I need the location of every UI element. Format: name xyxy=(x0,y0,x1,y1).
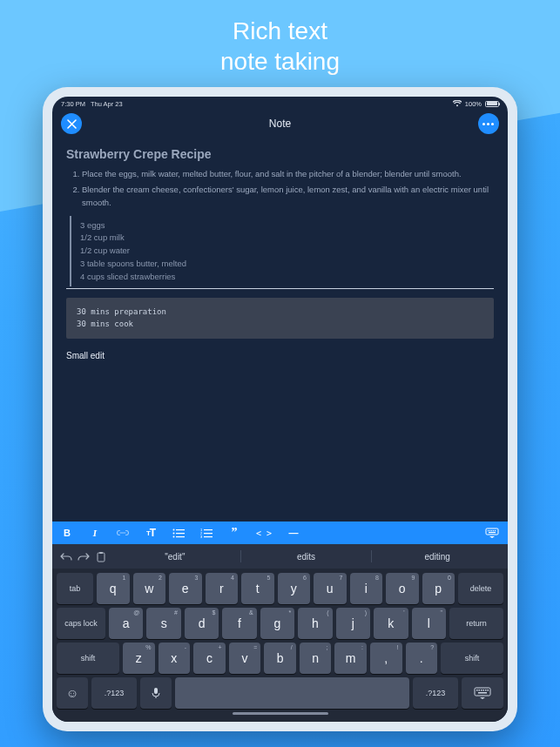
svg-rect-17 xyxy=(495,530,496,531)
key-space[interactable] xyxy=(175,677,409,709)
key-x[interactable]: x- xyxy=(159,643,191,674)
status-bar: 7:30 PM Thu Apr 23 100% xyxy=(52,97,508,109)
key-o[interactable]: o9 xyxy=(386,573,419,604)
screen: 7:30 PM Thu Apr 23 100% Note xyxy=(52,97,508,722)
key-p[interactable]: p0 xyxy=(422,573,455,604)
key-a[interactable]: a@ xyxy=(109,608,143,639)
svg-point-0 xyxy=(173,528,175,530)
key-tab[interactable]: tab xyxy=(57,573,93,604)
close-button[interactable] xyxy=(61,113,82,134)
code-block: 30 mins preparation 30 mins cook xyxy=(66,298,494,339)
promo-line2: note taking xyxy=(220,48,340,75)
svg-rect-13 xyxy=(488,530,489,531)
list-item: Place the eggs, milk water, melted butte… xyxy=(82,168,494,180)
svg-rect-14 xyxy=(489,530,490,531)
key-shift-left[interactable]: shift xyxy=(57,643,119,674)
list-item: 1/2 cup milk xyxy=(80,232,494,245)
suggestion-1[interactable]: "edit" xyxy=(110,552,240,562)
svg-rect-15 xyxy=(491,530,492,531)
bold-button[interactable]: B xyxy=(61,526,73,540)
key-d[interactable]: d$ xyxy=(185,608,219,639)
svg-point-2 xyxy=(173,532,175,534)
italic-button[interactable]: I xyxy=(89,526,101,540)
status-time: 7:30 PM xyxy=(61,100,85,108)
key-i[interactable]: i8 xyxy=(350,573,383,604)
code-button[interactable]: < > xyxy=(256,526,272,540)
redo-button[interactable] xyxy=(75,551,92,562)
key-m[interactable]: m: xyxy=(334,643,367,674)
svg-rect-16 xyxy=(493,530,494,531)
suggestion-3[interactable]: editing xyxy=(372,552,503,562)
key-capslock[interactable]: caps lock xyxy=(57,608,105,639)
ul-button[interactable] xyxy=(172,526,185,540)
list-item: 4 cups sliced strawberries xyxy=(80,271,494,284)
hr-button[interactable]: — xyxy=(287,526,300,540)
key-l[interactable]: l" xyxy=(412,608,446,639)
key-g[interactable]: g* xyxy=(260,608,294,639)
key-w[interactable]: w2 xyxy=(133,573,166,604)
svg-rect-18 xyxy=(489,532,496,533)
undo-button[interactable] xyxy=(57,551,75,562)
link-button[interactable] xyxy=(117,526,129,540)
svg-rect-28 xyxy=(488,690,489,691)
svg-rect-12 xyxy=(486,528,498,535)
key-r[interactable]: r4 xyxy=(206,573,239,604)
key-hide-keyboard[interactable] xyxy=(462,677,503,709)
key-y[interactable]: y6 xyxy=(278,573,311,604)
list-item: Blender the cream cheese, confectioners'… xyxy=(82,184,494,209)
wifi-icon xyxy=(453,100,462,107)
list-item: 1/2 cup water xyxy=(80,245,494,258)
note-editor[interactable]: Strawberry Crepe Recipe Place the eggs, … xyxy=(52,138,508,522)
battery-pct: 100% xyxy=(465,100,482,108)
svg-rect-20 xyxy=(99,552,103,554)
key-symbols-left[interactable]: .?123 xyxy=(91,677,137,709)
plain-text: Small edit xyxy=(66,351,494,360)
key-s[interactable]: s# xyxy=(146,608,180,639)
suggestion-2[interactable]: edits xyxy=(241,552,372,562)
keyboard: tab q1w2e3r4t5y6u7i8o9p0delete caps lock… xyxy=(52,569,508,722)
key-j[interactable]: j) xyxy=(336,608,370,639)
key-v[interactable]: v= xyxy=(229,643,261,674)
ellipsis-icon xyxy=(482,123,494,125)
svg-rect-9 xyxy=(204,533,213,534)
clipboard-button[interactable] xyxy=(92,551,110,562)
key-e[interactable]: e3 xyxy=(169,573,202,604)
key-b[interactable]: b/ xyxy=(264,643,296,674)
key-delete[interactable]: delete xyxy=(458,573,503,604)
key-shift-right[interactable]: shift xyxy=(441,643,503,674)
ol-button[interactable]: 123 xyxy=(200,526,213,540)
key-z[interactable]: z% xyxy=(123,643,155,674)
key-h[interactable]: h( xyxy=(298,608,332,639)
ordered-list: Place the eggs, milk water, melted butte… xyxy=(66,168,494,209)
key-q[interactable]: q1 xyxy=(97,573,130,604)
key-k[interactable]: k' xyxy=(374,608,408,639)
key-n[interactable]: n; xyxy=(300,643,332,674)
key-.[interactable]: .? xyxy=(406,643,438,674)
horizontal-rule xyxy=(66,288,494,289)
key-symbols-right[interactable]: .?123 xyxy=(413,677,458,709)
svg-rect-11 xyxy=(204,536,213,537)
textsize-button[interactable]: TT xyxy=(145,526,157,540)
key-f[interactable]: f& xyxy=(222,608,256,639)
key-dictate[interactable] xyxy=(140,677,172,709)
svg-rect-25 xyxy=(481,690,482,691)
key-c[interactable]: c+ xyxy=(193,643,226,674)
key-emoji[interactable]: ☺ xyxy=(57,677,88,709)
key-t[interactable]: t5 xyxy=(241,573,274,604)
list-item: 3 eggs xyxy=(80,219,494,232)
svg-rect-21 xyxy=(154,688,158,694)
quote-button[interactable]: ” xyxy=(228,526,240,540)
key-u[interactable]: u7 xyxy=(314,573,347,604)
key-return[interactable]: return xyxy=(449,608,503,639)
promo-line1: Rich text xyxy=(233,17,327,44)
more-button[interactable] xyxy=(478,113,499,134)
svg-rect-27 xyxy=(485,690,487,691)
promo-headline: Rich text note taking xyxy=(0,0,560,87)
note-title: Strawberry Crepe Recipe xyxy=(66,147,494,161)
dismiss-keyboard-button[interactable] xyxy=(485,526,499,540)
svg-point-4 xyxy=(173,535,175,537)
svg-rect-26 xyxy=(483,690,485,691)
key-,[interactable]: ,! xyxy=(370,643,402,674)
svg-rect-22 xyxy=(475,688,490,696)
svg-rect-23 xyxy=(476,690,478,691)
